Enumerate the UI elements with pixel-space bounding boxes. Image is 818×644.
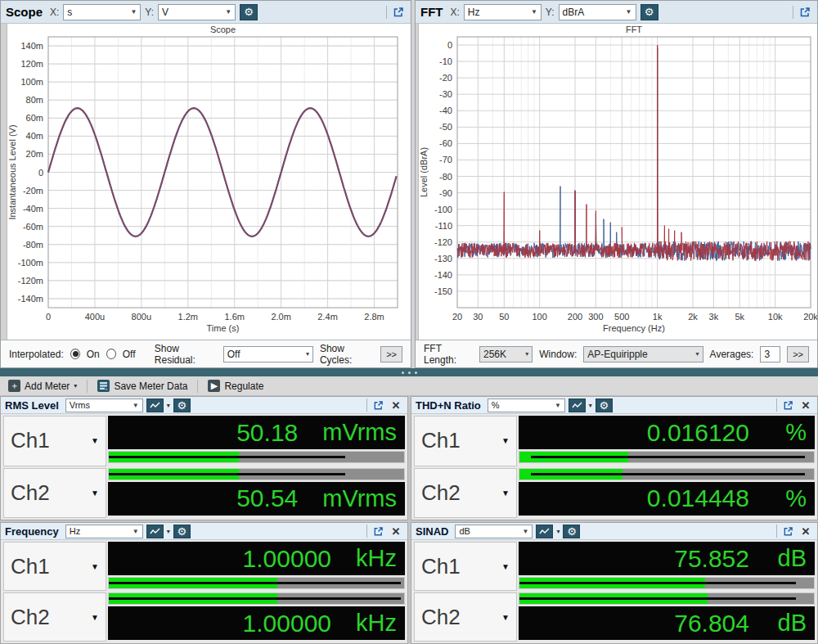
scope-y-unit-select[interactable]: V▼ (158, 4, 236, 20)
chart-view-icon[interactable] (569, 399, 586, 412)
interpolated-off-radio[interactable] (106, 349, 116, 359)
interpolated-label: Interpolated: (9, 349, 64, 360)
svg-text:-60: -60 (439, 138, 452, 148)
svg-text:40m: 40m (26, 131, 43, 141)
interpolated-off-label: Off (123, 349, 136, 360)
meter-thdn-ratio: THD+N Ratio %▼ ▾ ⚙ ✕ Ch1▼ 0.016120% Ch2▼ (411, 396, 818, 520)
channel-row: Ch2▼ 50.54mVrms (3, 468, 405, 519)
divider (366, 525, 367, 538)
popout-icon[interactable] (780, 524, 795, 538)
channel-selector[interactable]: Ch2▼ (414, 468, 517, 519)
chart-view-icon[interactable] (146, 525, 164, 538)
channel-selector[interactable]: Ch1▼ (414, 542, 517, 591)
close-icon[interactable]: ✕ (798, 524, 813, 538)
scope-popout-icon[interactable] (391, 5, 406, 20)
channel-selector[interactable]: Ch2▼ (414, 592, 517, 642)
channel-row: Ch1▼ 0.016120% (414, 416, 815, 466)
averages-input[interactable]: 3 (760, 346, 780, 363)
meter-header: Frequency Hz▼ ▾ ⚙ ✕ (1, 523, 407, 540)
fft-settings-gear-icon[interactable]: ⚙ (640, 4, 658, 20)
meter-frequency: Frequency Hz▼ ▾ ⚙ ✕ Ch1▼ 1.00000kHz Ch2▼ (0, 522, 408, 644)
svg-text:1.2m: 1.2m (178, 312, 198, 322)
settings-gear-icon[interactable]: ⚙ (173, 525, 191, 538)
svg-text:800u: 800u (132, 312, 151, 322)
meter-toolbar: ＋ Add Meter ▾ Save Meter Data ▶ Regulate (0, 376, 818, 396)
scope-chart[interactable]: 140m120m100m80m60m40m20m0-20m-40m-60m-80… (7, 24, 406, 336)
svg-text:2.0m: 2.0m (271, 312, 290, 322)
popout-icon[interactable] (371, 524, 385, 538)
fft-title: FFT (420, 5, 443, 19)
svg-text:300: 300 (588, 312, 603, 322)
fft-length-select[interactable]: 256K▾ (479, 346, 533, 363)
meter-bar (108, 577, 405, 589)
channel-selector[interactable]: Ch2▼ (3, 468, 106, 519)
close-icon[interactable]: ✕ (798, 398, 813, 412)
fft-popout-icon[interactable] (798, 5, 812, 20)
meter-value-display: 50.18mVrms (108, 416, 405, 449)
fft-more-button[interactable]: >> (787, 346, 809, 363)
svg-text:Time (s): Time (s) (207, 323, 240, 333)
meter-body: Ch1▼ 75.852dB Ch2▼ 76.804dB (411, 540, 817, 643)
settings-gear-icon[interactable]: ⚙ (563, 525, 580, 538)
settings-gear-icon[interactable]: ⚙ (596, 399, 613, 412)
dock-splitter-handle[interactable] (0, 368, 818, 376)
svg-text:-140: -140 (434, 270, 452, 280)
show-cycles-button[interactable]: >> (380, 346, 402, 363)
svg-text:20: 20 (452, 312, 462, 322)
chevron-down-icon[interactable]: ▾ (589, 402, 592, 409)
chevron-down-icon[interactable]: ▾ (167, 402, 170, 409)
settings-gear-icon[interactable]: ⚙ (173, 399, 191, 412)
scope-x-unit-select[interactable]: s▼ (63, 4, 141, 20)
popout-icon[interactable] (780, 398, 795, 412)
add-meter-button[interactable]: ＋ Add Meter ▾ (3, 378, 82, 394)
scope-title: Scope (6, 5, 43, 19)
svg-text:-40: -40 (439, 106, 452, 115)
svg-text:Frequency (Hz): Frequency (Hz) (603, 323, 665, 333)
chevron-down-icon: ▼ (501, 436, 510, 445)
close-icon[interactable]: ✕ (389, 524, 403, 538)
divider (386, 6, 387, 19)
chevron-down-icon: ▼ (91, 613, 99, 622)
fft-chart[interactable]: 0-10-20-30-40-50-60-70-80-90-100-110-120… (419, 24, 817, 336)
svg-text:-120m: -120m (18, 276, 43, 286)
divider (366, 399, 367, 412)
unit-select[interactable]: %▼ (488, 399, 565, 412)
show-residual-select[interactable]: Off▾ (223, 346, 313, 363)
regulate-button[interactable]: ▶ Regulate (203, 378, 268, 394)
chevron-down-icon: ▼ (225, 8, 231, 16)
unit-select[interactable]: dB▼ (455, 525, 533, 538)
channel-row: Ch1▼ 50.18mVrms (3, 416, 405, 466)
plus-icon: ＋ (8, 380, 20, 392)
svg-text:FFT: FFT (626, 25, 642, 34)
svg-text:5k: 5k (735, 312, 744, 322)
channel-row: Ch2▼ 0.014448% (414, 468, 815, 519)
chart-view-icon[interactable] (146, 399, 164, 412)
svg-text:-50: -50 (439, 122, 452, 132)
svg-text:0: 0 (38, 168, 43, 178)
scope-y-label: Y: (145, 7, 154, 18)
svg-text:140m: 140m (20, 41, 43, 51)
unit-select[interactable]: Vrms▼ (65, 399, 143, 412)
chevron-down-icon[interactable]: ▾ (167, 528, 170, 535)
chart-view-icon[interactable] (536, 525, 553, 538)
scope-panel: Scope X: s▼ Y: V▼ ⚙ 140m120m100m80m60m40… (0, 0, 411, 368)
channel-selector[interactable]: Ch2▼ (3, 592, 106, 642)
meter-bar (108, 451, 405, 463)
fft-y-unit-select[interactable]: dBrA▼ (559, 4, 636, 20)
window-select[interactable]: AP-Equiripple▾ (583, 346, 703, 363)
close-icon[interactable]: ✕ (389, 398, 403, 412)
chevron-down-icon[interactable]: ▾ (556, 528, 560, 535)
popout-icon[interactable] (371, 398, 385, 412)
fft-x-unit-select[interactable]: Hz▼ (464, 4, 542, 20)
channel-selector[interactable]: Ch1▼ (414, 416, 517, 466)
interpolated-on-label: On (87, 349, 100, 360)
channel-selector[interactable]: Ch1▼ (3, 542, 106, 591)
scope-settings-gear-icon[interactable]: ⚙ (240, 4, 258, 20)
channel-selector[interactable]: Ch1▼ (3, 416, 106, 466)
save-meter-data-button[interactable]: Save Meter Data (92, 378, 192, 394)
interpolated-on-radio[interactable] (70, 349, 80, 359)
channel-row: Ch1▼ 75.852dB (414, 542, 815, 591)
meter-grid: RMS Level Vrms▼ ▾ ⚙ ✕ Ch1▼ 50.18mVrms Ch… (0, 396, 818, 644)
svg-text:-120: -120 (434, 237, 452, 247)
unit-select[interactable]: Hz▼ (65, 525, 143, 538)
